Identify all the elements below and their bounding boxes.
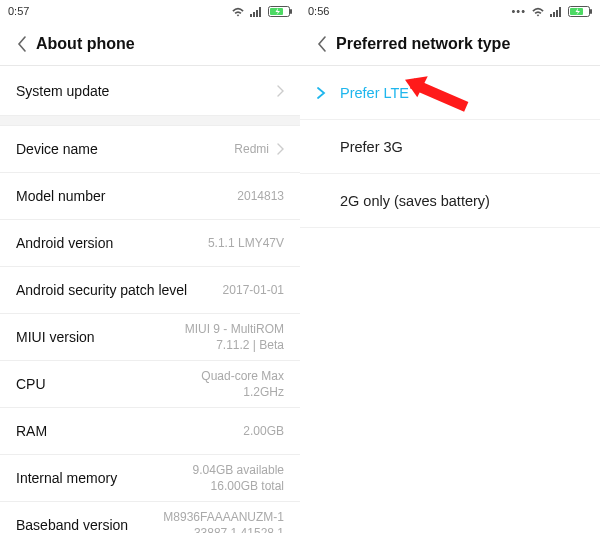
row-system-update[interactable]: System update bbox=[0, 66, 300, 116]
row-label: Baseband version bbox=[16, 517, 163, 533]
chevron-right-icon bbox=[277, 85, 284, 97]
svg-rect-1 bbox=[290, 9, 292, 14]
row-label: MIUI version bbox=[16, 329, 185, 345]
row-label: System update bbox=[16, 83, 269, 99]
check-icon bbox=[316, 86, 334, 100]
row-ram[interactable]: RAM 2.00GB bbox=[0, 408, 300, 455]
row-value: Quad-core Max 1.2GHz bbox=[201, 368, 284, 400]
option-2g-only[interactable]: 2G only (saves battery) bbox=[300, 174, 600, 228]
row-value: MIUI 9 - MultiROM 7.11.2 | Beta bbox=[185, 321, 284, 353]
status-icons bbox=[231, 6, 292, 17]
chevron-right-icon bbox=[277, 143, 284, 155]
value-line1: Quad-core Max bbox=[201, 369, 284, 383]
back-button[interactable] bbox=[308, 36, 336, 52]
option-prefer-lte[interactable]: Prefer LTE bbox=[300, 66, 600, 120]
row-value: Redmi bbox=[234, 141, 269, 157]
row-label: CPU bbox=[16, 376, 201, 392]
row-internal-memory[interactable]: Internal memory 9.04GB available 16.00GB… bbox=[0, 455, 300, 502]
option-label: 2G only (saves battery) bbox=[340, 193, 490, 209]
value-line1: MIUI 9 - MultiROM bbox=[185, 322, 284, 336]
row-value: 9.04GB available 16.00GB total bbox=[193, 462, 284, 494]
row-label: Internal memory bbox=[16, 470, 193, 486]
status-icons: ••• bbox=[511, 5, 592, 17]
status-bar-right: 0:56 ••• bbox=[300, 0, 600, 22]
chevron-left-icon bbox=[317, 36, 327, 52]
row-value: 2.00GB bbox=[243, 423, 284, 439]
row-value: 2014813 bbox=[237, 188, 284, 204]
value-line1: M8936FAAAANUZM-1 bbox=[163, 510, 284, 524]
value-line2: 7.11.2 | Beta bbox=[216, 338, 284, 352]
row-label: Android security patch level bbox=[16, 282, 223, 298]
status-time: 0:56 bbox=[308, 5, 329, 17]
svg-rect-4 bbox=[590, 9, 592, 14]
status-bar-left: 0:57 bbox=[0, 0, 300, 22]
header-left: About phone bbox=[0, 22, 300, 66]
value-line2: .33887.1.41528.1 bbox=[191, 526, 284, 533]
value-line1: 9.04GB available bbox=[193, 463, 284, 477]
value-line2: 1.2GHz bbox=[243, 385, 284, 399]
option-label: Prefer 3G bbox=[340, 139, 403, 155]
row-value: M8936FAAAANUZM-1 .33887.1.41528.1 bbox=[163, 509, 284, 533]
battery-charging-icon bbox=[568, 6, 592, 17]
value-line2: 16.00GB total bbox=[211, 479, 284, 493]
row-value: 2017-01-01 bbox=[223, 282, 284, 298]
battery-charging-icon bbox=[268, 6, 292, 17]
signal-icon bbox=[250, 6, 263, 17]
row-label: RAM bbox=[16, 423, 243, 439]
wifi-icon bbox=[231, 6, 245, 17]
row-value: 5.1.1 LMY47V bbox=[208, 235, 284, 251]
wifi-icon bbox=[531, 6, 545, 17]
row-label: Android version bbox=[16, 235, 208, 251]
about-list: System update Device name Redmi Model nu… bbox=[0, 66, 300, 533]
option-label: Prefer LTE bbox=[340, 85, 409, 101]
row-security-patch[interactable]: Android security patch level 2017-01-01 bbox=[0, 267, 300, 314]
network-options-list: Prefer LTE Prefer 3G 2G only (saves batt… bbox=[300, 66, 600, 228]
row-label: Model number bbox=[16, 188, 237, 204]
row-cpu[interactable]: CPU Quad-core Max 1.2GHz bbox=[0, 361, 300, 408]
row-baseband[interactable]: Baseband version M8936FAAAANUZM-1 .33887… bbox=[0, 502, 300, 533]
row-model-number[interactable]: Model number 2014813 bbox=[0, 173, 300, 220]
row-android-version[interactable]: Android version 5.1.1 LMY47V bbox=[0, 220, 300, 267]
status-time: 0:57 bbox=[8, 5, 29, 17]
more-icon: ••• bbox=[511, 5, 526, 17]
header-right: Preferred network type bbox=[300, 22, 600, 66]
back-button[interactable] bbox=[8, 36, 36, 52]
row-label: Device name bbox=[16, 141, 234, 157]
phone-network-type: 0:56 ••• Preferred network type Prefer L… bbox=[300, 0, 600, 533]
chevron-left-icon bbox=[17, 36, 27, 52]
page-title: About phone bbox=[36, 35, 135, 53]
section-gap bbox=[0, 116, 300, 126]
page-title: Preferred network type bbox=[336, 35, 510, 53]
signal-icon bbox=[550, 6, 563, 17]
phone-about: 0:57 About phone System update Device na… bbox=[0, 0, 300, 533]
row-miui-version[interactable]: MIUI version MIUI 9 - MultiROM 7.11.2 | … bbox=[0, 314, 300, 361]
row-device-name[interactable]: Device name Redmi bbox=[0, 126, 300, 173]
option-prefer-3g[interactable]: Prefer 3G bbox=[300, 120, 600, 174]
